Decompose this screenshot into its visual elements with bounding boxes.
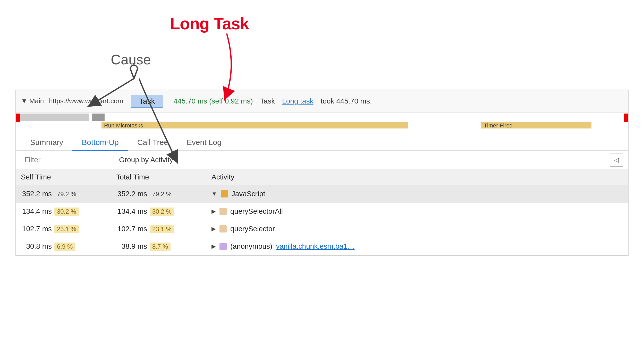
long-task-link[interactable]: Long task [282,97,313,105]
cell-self-time: 102.7 ms23.1 % [16,220,111,238]
total-pct-badge: 8.7 % [150,243,171,251]
activity-swatch [219,243,227,250]
table-row[interactable]: 352.2 ms79.2 %352.2 ms79.2 %▼JavaScript [16,185,628,203]
timing-info: 445.70 ms (self 0.92 ms) [174,97,253,105]
col-header-total-time[interactable]: Total Time [111,169,206,185]
cell-total-time: 102.7 ms23.1 % [111,220,206,238]
activity-swatch [221,190,228,197]
collapse-icon: ◁ [614,156,619,163]
cell-activity: ▶querySelector [206,220,628,238]
flame-timer-fired[interactable]: Timer Fired [481,122,591,128]
long-task-annotation: Long Task [170,14,249,33]
self-time-value: 30.8 ms [21,242,52,251]
cell-total-time: 134.4 ms30.2 % [111,203,206,220]
self-pct-badge: 30.2 % [54,208,79,216]
self-time-value: 134.4 ms [21,207,52,216]
cell-self-time: 134.4 ms30.2 % [16,203,111,220]
activity-name: querySelector [230,225,275,233]
cause-annotation: Cause [111,51,151,67]
expand-icon[interactable]: ▶ [211,208,216,215]
cell-total-time: 352.2 ms79.2 % [111,185,206,203]
activity-name: querySelectorAll [230,207,283,216]
flamechart: Run Microtasks Timer Fired [16,113,628,131]
col-header-self-time[interactable]: Self Time [16,169,111,185]
dropdown-arrow-icon: ▾ [176,157,179,163]
cell-activity: ▶(anonymous)vanilla.chunk.esm.ba1… [206,238,628,255]
total-pct-badge: 30.2 % [150,208,174,216]
thread-url: https://www.walmart.com [49,97,123,105]
tab-call-tree[interactable]: Call Tree [128,135,177,151]
group-by-select[interactable]: Group by Activity ▾ [119,156,179,164]
devtools-panel: ▼ Main https://www.walmart.com Task 445.… [15,90,629,256]
tab-event-log[interactable]: Event Log [177,135,231,151]
activity-name: (anonymous) [230,242,272,251]
self-pct-badge: 6.9 % [54,243,75,251]
activity-swatch [219,225,227,232]
table-row[interactable]: 134.4 ms30.2 %134.4 ms30.2 %▶querySelect… [16,203,628,220]
task-suffix: took 445.70 ms. [321,97,372,105]
self-time-value: 352.2 ms [21,190,52,198]
expand-icon[interactable]: ▼ [211,191,217,197]
group-by-label: Group by Activity [119,156,173,164]
table-header-row: Self Time Total Time Activity [16,169,628,185]
total-time-value: 38.9 ms [116,242,147,251]
cell-self-time: 352.2 ms79.2 % [16,185,111,203]
toolbar: Group by Activity ▾ ◁ [16,151,628,169]
task-description: Task [260,97,275,105]
expand-icon[interactable]: ▶ [211,243,216,250]
activity-name: JavaScript [232,190,265,198]
timeline-bar: ▼ Main https://www.walmart.com Task 445.… [16,90,628,113]
cell-total-time: 38.9 ms8.7 % [111,238,206,255]
total-time-value: 134.4 ms [116,207,147,216]
flame-run-microtasks[interactable]: Run Microtasks [101,122,408,128]
tabs-row: Summary Bottom-Up Call Tree Event Log [16,131,628,151]
activity-swatch [219,208,227,215]
table-row[interactable]: 30.8 ms6.9 %38.9 ms8.7 %▶(anonymous)vani… [16,238,628,255]
task-indicator[interactable]: Task [131,95,163,108]
total-pct-badge: 79.2 % [150,190,174,198]
cell-self-time: 30.8 ms6.9 % [16,238,111,255]
activity-link[interactable]: vanilla.chunk.esm.ba1… [276,242,354,251]
collapse-button[interactable]: ◁ [610,153,623,167]
cell-activity: ▶querySelectorAll [206,203,628,220]
tab-bottom-up[interactable]: Bottom-Up [72,135,128,151]
table-row[interactable]: 102.7 ms23.1 %102.7 ms23.1 %▶querySelect… [16,220,628,238]
self-pct-badge: 23.1 % [54,225,79,233]
filter-input[interactable] [21,154,108,166]
total-pct-badge: 23.1 % [150,225,174,233]
total-time-value: 102.7 ms [116,225,147,233]
self-time-value: 102.7 ms [21,225,52,233]
self-pct-badge: 79.2 % [54,190,79,198]
expand-icon[interactable]: ▶ [211,226,216,232]
performance-table: Self Time Total Time Activity 352.2 ms79… [16,169,628,255]
filter-divider [114,155,114,165]
thread-label: ▼ Main [21,97,44,105]
total-time-value: 352.2 ms [116,190,147,198]
col-header-activity[interactable]: Activity [206,169,628,185]
cell-activity: ▼JavaScript [206,185,628,203]
tab-summary[interactable]: Summary [21,135,72,151]
